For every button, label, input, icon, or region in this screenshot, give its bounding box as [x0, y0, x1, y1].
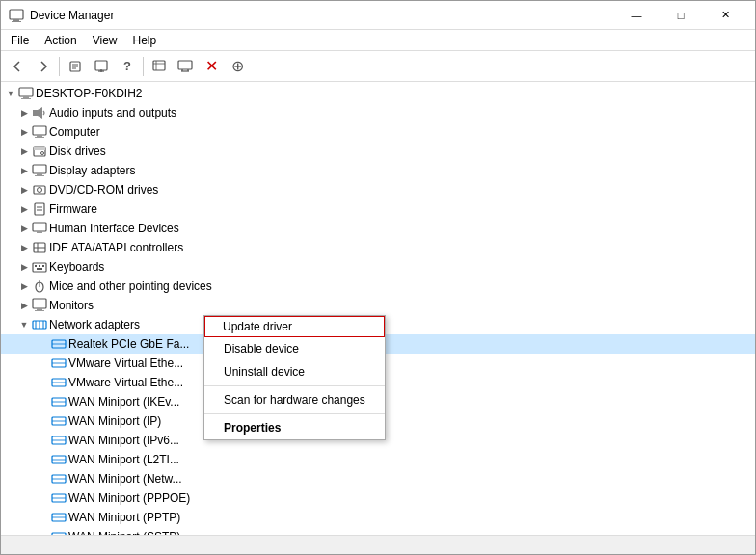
tree-item-computer[interactable]: ▶ Computer: [1, 122, 755, 142]
wan-ipv6-label: WAN Miniport (IPv6...: [68, 434, 179, 447]
display-label: Display adapters: [49, 164, 135, 177]
tree-item-audio[interactable]: ▶ Audio inputs and outputs: [1, 103, 755, 122]
svg-point-27: [41, 152, 44, 155]
svg-point-32: [38, 188, 42, 193]
dvd-expand[interactable]: ▶: [16, 182, 32, 198]
ctx-uninstall-device[interactable]: Uninstall device: [204, 360, 385, 383]
display-expand[interactable]: ▶: [16, 163, 32, 178]
toolbar-separator-1: [59, 57, 60, 76]
mice-expand[interactable]: ▶: [16, 278, 32, 294]
menu-action[interactable]: Action: [37, 32, 84, 49]
wan-pptp-icon: [51, 510, 67, 525]
realtek-icon: [51, 336, 67, 352]
show-hidden-button[interactable]: [147, 55, 172, 78]
monitors-expand[interactable]: ▶: [16, 298, 32, 313]
keyboard-icon: [32, 259, 47, 275]
vmware1-icon: [51, 356, 67, 371]
hid-expand[interactable]: ▶: [16, 221, 32, 236]
back-button[interactable]: [5, 55, 30, 78]
menu-file[interactable]: File: [3, 32, 37, 49]
disk-expand[interactable]: ▶: [16, 144, 32, 159]
forward-button[interactable]: [31, 55, 56, 78]
keyboards-expand[interactable]: ▶: [16, 259, 32, 275]
update-driver-button[interactable]: [89, 55, 114, 78]
root-label: DESKTOP-F0KDIH2: [36, 87, 142, 100]
close-button[interactable]: ✕: [703, 5, 747, 26]
ctx-separator-1: [204, 385, 385, 386]
svg-rect-36: [33, 223, 46, 231]
firmware-icon: [32, 201, 47, 217]
network-label: Network adapters: [49, 318, 140, 331]
mice-label: Mice and other pointing devices: [49, 279, 212, 293]
wan-sstp-label: WAN Miniport (SSTP): [68, 530, 180, 535]
audio-expand[interactable]: ▶: [16, 105, 32, 120]
tree-item-dvd[interactable]: ▶ DVD/CD-ROM drives: [1, 180, 755, 199]
tree-item-monitors[interactable]: ▶ Monitors: [1, 296, 755, 315]
svg-rect-43: [39, 265, 40, 267]
minimize-button[interactable]: —: [614, 5, 659, 26]
menu-help[interactable]: Help: [125, 32, 165, 49]
back-icon: [11, 60, 24, 73]
ctx-disable-device[interactable]: Disable device: [204, 337, 385, 360]
monitor-icon: [32, 298, 47, 313]
ide-icon: [32, 240, 47, 255]
firmware-expand[interactable]: ▶: [16, 201, 32, 217]
tree-item-disk[interactable]: ▶ Disk drives: [1, 142, 755, 161]
tree-root[interactable]: ▼ DESKTOP-F0KDIH2: [1, 84, 755, 103]
tree-item-firmware[interactable]: ▶ Firmware: [1, 199, 755, 219]
ctx-update-driver[interactable]: Update driver: [204, 316, 385, 337]
tree-item-wan-sstp[interactable]: ▶ WAN Miniport (SSTP): [1, 527, 755, 535]
maximize-button[interactable]: □: [659, 5, 703, 26]
wan-ike-icon: [51, 394, 67, 410]
computer-tree-icon: [18, 86, 34, 101]
svg-rect-30: [35, 175, 44, 176]
tree-item-wan-pptp[interactable]: ▶ WAN Miniport (PPTP): [1, 508, 755, 527]
tree-view[interactable]: ▼ DESKTOP-F0KDIH2 ▶ Audio inputs and out…: [1, 82, 755, 535]
svg-rect-20: [33, 110, 38, 116]
help-button[interactable]: ?: [115, 55, 140, 78]
network-icon: [32, 317, 47, 332]
ctx-properties[interactable]: Properties: [204, 416, 385, 439]
svg-rect-29: [37, 173, 42, 175]
properties-button[interactable]: [63, 55, 88, 78]
remove-button[interactable]: ✕: [199, 55, 224, 78]
status-bar: [1, 535, 755, 554]
tree-item-wan-net[interactable]: ▶ WAN Miniport (Netw...: [1, 469, 755, 489]
main-content: ▼ DESKTOP-F0KDIH2 ▶ Audio inputs and out…: [1, 82, 755, 535]
wan-ip-icon: [51, 413, 67, 429]
svg-rect-49: [33, 299, 46, 308]
network-expand[interactable]: ▼: [16, 317, 32, 332]
ctx-scan-hardware[interactable]: Scan for hardware changes: [204, 388, 385, 411]
svg-rect-17: [19, 88, 33, 96]
menu-view[interactable]: View: [85, 32, 125, 49]
svg-rect-2: [12, 21, 21, 22]
wan-l2t-label: WAN Miniport (L2TI...: [68, 453, 179, 466]
ide-expand[interactable]: ▶: [16, 240, 32, 255]
wan-ipv6-icon: [51, 433, 67, 448]
dvd-icon: [32, 182, 47, 198]
tree-item-wan-l2t[interactable]: ▶ WAN Miniport (L2TI...: [1, 450, 755, 469]
svg-rect-42: [35, 265, 37, 267]
computer-icon2: [32, 124, 47, 140]
tree-item-mice[interactable]: ▶ Mice and other pointing devices: [1, 277, 755, 296]
tree-item-keyboards[interactable]: ▶ Keyboards: [1, 257, 755, 277]
svg-rect-0: [10, 10, 23, 19]
svg-rect-33: [35, 203, 44, 215]
tree-item-display[interactable]: ▶ Display adapters: [1, 161, 755, 180]
scan-button[interactable]: ⊕: [225, 55, 250, 78]
show-hidden-icon: [152, 60, 166, 73]
computer-icon-button[interactable]: [173, 55, 198, 78]
mouse-icon: [32, 278, 47, 294]
svg-rect-19: [21, 98, 31, 99]
tree-item-hid[interactable]: ▶ Human Interface Devices: [1, 219, 755, 238]
ctx-separator-2: [204, 413, 385, 414]
svg-rect-10: [153, 61, 165, 70]
tree-item-ide[interactable]: ▶ IDE ATA/ATAPI controllers: [1, 238, 755, 257]
svg-rect-45: [37, 268, 42, 270]
dvd-label: DVD/CD-ROM drives: [49, 183, 158, 197]
root-expand[interactable]: ▼: [3, 86, 18, 101]
menu-bar: File Action View Help: [1, 30, 755, 51]
tree-item-wan-pppoe[interactable]: ▶ WAN Miniport (PPPOE): [1, 489, 755, 508]
computer-expand[interactable]: ▶: [16, 124, 32, 140]
svg-rect-76: [52, 533, 66, 535]
